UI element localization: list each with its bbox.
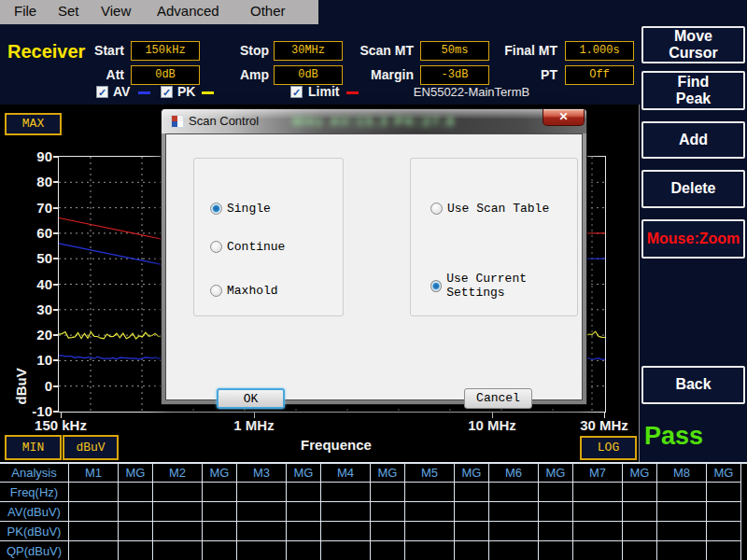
menu-item-other[interactable]: Other (250, 3, 286, 19)
data-cell (657, 541, 707, 560)
standard-name: EN55022-MainTermB (411, 85, 532, 99)
table-row: AV(dBuV) (0, 502, 747, 522)
mouse-zoom-button[interactable]: Mouse:Zoom (641, 219, 745, 259)
data-cell (153, 522, 203, 541)
limit-checkbox[interactable]: ✓ (290, 86, 303, 98)
header-cell-analysis: Analysis (0, 464, 69, 483)
menu-item-view[interactable]: View (101, 3, 131, 19)
header-cell-mg: MG (707, 464, 741, 483)
radio-maxhold[interactable]: Maxhold (210, 284, 278, 298)
x-axis-title: Frequence (280, 437, 392, 453)
radio-label: Use Scan Table (447, 202, 549, 216)
pk-checkbox[interactable]: ✓ (161, 86, 173, 98)
data-cell (573, 483, 623, 502)
header-cell-mg: MG (623, 464, 657, 483)
data-cell (321, 522, 371, 541)
header-cell-mg: MG (119, 464, 153, 483)
xtick-mark (604, 413, 605, 418)
data-cell (539, 502, 573, 522)
ytick-mark (53, 334, 58, 336)
margin-label: Margin (302, 67, 414, 82)
radio-use-current-settings[interactable]: Use Current Settings (430, 272, 582, 300)
av-label: AV (113, 84, 130, 99)
radio-circle (210, 285, 222, 297)
data-cell (405, 522, 455, 541)
data-cell (405, 502, 455, 522)
data-cell (237, 483, 287, 502)
data-cell (153, 483, 203, 502)
av-color-swatch (138, 91, 150, 94)
ytick-80: 80 (11, 174, 52, 189)
header-cell-m8: M8 (657, 464, 707, 483)
scan-control-dialog: Scan Control MHz AV:15.3 PK:27.8 ✕ Singl… (161, 108, 587, 405)
xtick-mark (61, 413, 62, 418)
ytick-90: 90 (11, 148, 52, 164)
ytick-50: 50 (11, 250, 52, 266)
data-cell (203, 522, 237, 541)
dialog-titlebar[interactable]: Scan Control MHz AV:15.3 PK:27.8 ✕ (162, 109, 586, 133)
data-cell (573, 522, 623, 541)
find-peak-button[interactable]: Find Peak (641, 71, 745, 110)
header-cell-mg: MG (455, 464, 489, 483)
limit-label: Limit (308, 84, 339, 99)
ytick-10: 10 (11, 352, 52, 368)
max-button[interactable]: MAX (5, 113, 62, 135)
xtick-150kHz: 150 kHz (28, 417, 93, 433)
menu-item-set[interactable]: Set (58, 3, 79, 19)
data-cell (707, 502, 741, 522)
data-cell (321, 483, 371, 502)
pt-field[interactable]: Off (565, 65, 634, 85)
close-icon[interactable]: ✕ (543, 109, 585, 126)
menu-item-advanced[interactable]: Advanced (157, 3, 219, 19)
ytick-60: 60 (11, 225, 52, 241)
header-cell-mg: MG (203, 464, 237, 483)
add-button[interactable]: Add (641, 121, 745, 159)
delete-button[interactable]: Delete (641, 170, 745, 208)
data-cell (119, 541, 153, 560)
ytick-40: 40 (11, 276, 52, 292)
radio-circle (210, 241, 222, 253)
ok-button[interactable]: OK (217, 388, 285, 409)
data-cell (539, 483, 573, 502)
min-button[interactable]: MIN (5, 435, 62, 460)
data-cell (623, 541, 657, 560)
ytick-mark (53, 359, 58, 361)
row-label-freqhz: Freq(Hz) (0, 483, 69, 502)
header-cell-mg: MG (539, 464, 573, 483)
dialog-body: SingleContinueMaxhold Use Scan TableUse … (165, 133, 583, 400)
data-cell (657, 483, 707, 502)
table-row: QP(dBuV) (0, 541, 747, 560)
data-cell (153, 502, 203, 522)
cancel-button[interactable]: Cancel (464, 388, 532, 409)
xtick-mark (254, 413, 255, 418)
data-cell (539, 522, 573, 541)
ytick-mark (53, 385, 58, 387)
radio-use-scan-table[interactable]: Use Scan Table (430, 202, 549, 216)
final-mt-field[interactable]: 1.000s (565, 41, 634, 61)
back-button[interactable]: Back (641, 366, 745, 404)
data-cell (371, 502, 405, 522)
data-cell (455, 483, 489, 502)
data-cell (69, 522, 119, 541)
av-checkbox[interactable]: ✓ (96, 86, 108, 98)
header-cell-m3: M3 (237, 464, 287, 483)
radio-single[interactable]: Single (210, 202, 271, 216)
data-cell (455, 522, 489, 541)
move-cursor-button[interactable]: Move Cursor (641, 26, 745, 63)
data-cell (573, 541, 623, 560)
pk-label: PK (177, 84, 195, 99)
row-label-avdbuv: AV(dBuV) (0, 502, 69, 522)
data-cell (371, 483, 405, 502)
data-cell (371, 541, 405, 560)
radio-label: Continue (227, 240, 285, 254)
radio-continue[interactable]: Continue (210, 240, 285, 254)
log-scale-button[interactable]: LOG (580, 436, 637, 460)
menu-item-file[interactable]: File (14, 3, 36, 19)
data-cell (405, 541, 455, 560)
data-cell (287, 541, 321, 560)
stop-label: Stop (157, 43, 269, 58)
unit-button[interactable]: dBuV (63, 435, 119, 460)
radio-label: Single (227, 202, 271, 216)
data-cell (119, 502, 153, 522)
data-cell (539, 541, 573, 560)
